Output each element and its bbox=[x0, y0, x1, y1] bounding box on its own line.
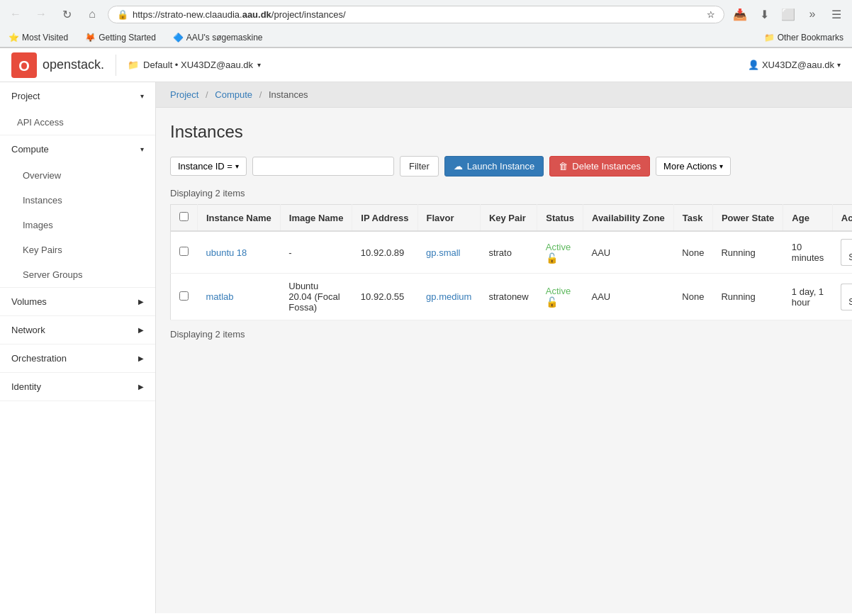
project-selector[interactable]: 📁 Default • XU43DZ@aau.dk ▾ bbox=[128, 60, 261, 70]
main-content: Project / Compute / Instances Instances … bbox=[156, 82, 852, 613]
row2-select-checkbox[interactable] bbox=[179, 291, 189, 301]
row2-status: Active 🔓 bbox=[537, 274, 583, 320]
instances-table: Instance Name Image Name IP Address Flav… bbox=[170, 204, 852, 320]
sidebar-item-images[interactable]: Images bbox=[0, 213, 155, 237]
row2-checkbox bbox=[171, 274, 198, 320]
row2-age: 1 day, 1 hour bbox=[783, 274, 833, 320]
header-divider bbox=[116, 55, 116, 76]
table-body: ubuntu 18 - 10.92.0.89 gp.small strato A… bbox=[171, 231, 853, 320]
row2-instance-name-link[interactable]: matlab bbox=[206, 291, 234, 302]
filter-chevron-icon: ▾ bbox=[235, 162, 239, 170]
filter-button[interactable]: Filter bbox=[400, 156, 439, 177]
header-ip-address: IP Address bbox=[352, 205, 417, 232]
most-visited-icon: ⭐ bbox=[9, 33, 19, 43]
app-body: Project ▾ API Access Compute ▾ Overview … bbox=[0, 82, 852, 613]
instances-count-top: Displaying 2 items bbox=[170, 188, 838, 198]
sidebar-volumes-header[interactable]: Volumes ▶ bbox=[0, 288, 155, 315]
sidebar-project-header[interactable]: Project ▾ bbox=[0, 82, 155, 110]
project-chevron-icon: ▾ bbox=[257, 61, 261, 69]
header-power-state: Power State bbox=[712, 205, 783, 232]
aau-icon: 🔷 bbox=[173, 33, 184, 43]
sidebar-identity-header[interactable]: Identity ▶ bbox=[0, 373, 155, 401]
row1-flavor: gp.small bbox=[417, 231, 480, 274]
breadcrumb-current: Instances bbox=[269, 89, 308, 100]
orchestration-expand-icon: ▶ bbox=[138, 354, 144, 362]
header-instance-name: Instance Name bbox=[198, 205, 281, 232]
sidebar-item-server-groups[interactable]: Server Groups bbox=[0, 262, 155, 287]
other-bookmarks[interactable]: 📁 Other Bookmarks bbox=[761, 31, 846, 44]
sidebar-network-header[interactable]: Network ▶ bbox=[0, 316, 155, 344]
sidebar-item-overview[interactable]: Overview bbox=[0, 163, 155, 188]
url-display: https://strato-new.claaudia.aau.dk/proje… bbox=[133, 9, 346, 20]
filter-dropdown[interactable]: Instance ID = ▾ bbox=[170, 157, 247, 176]
home-button[interactable]: ⌂ bbox=[82, 4, 102, 24]
row1-task: None bbox=[673, 231, 712, 274]
header-image-name: Image Name bbox=[280, 205, 352, 232]
sidebar-identity-section: Identity ▶ bbox=[0, 373, 155, 401]
header-task: Task bbox=[673, 205, 712, 232]
more-actions-button[interactable]: More Actions ▾ bbox=[656, 157, 731, 176]
sidebar-project-section: Project ▾ API Access bbox=[0, 82, 155, 135]
row2-actions: Create Snapshot ▾ bbox=[832, 274, 852, 320]
folder-icon: 📁 bbox=[764, 33, 775, 43]
row2-flavor-link[interactable]: gp.medium bbox=[426, 291, 471, 302]
sidebar-item-api-access[interactable]: API Access bbox=[0, 110, 155, 135]
breadcrumb-project-link[interactable]: Project bbox=[170, 89, 198, 100]
trash-icon: 🗑 bbox=[559, 161, 568, 172]
getting-started-icon: 🦊 bbox=[85, 33, 96, 43]
row2-lock-icon: 🔓 bbox=[546, 296, 558, 308]
sidebar-orchestration-header[interactable]: Orchestration ▶ bbox=[0, 345, 155, 372]
most-visited-bookmark[interactable]: ⭐ Most Visited bbox=[6, 31, 71, 44]
row1-status-value: Active bbox=[546, 242, 571, 252]
row2-instance-name: matlab bbox=[198, 274, 281, 320]
row1-select-checkbox[interactable] bbox=[179, 247, 189, 256]
aau-bookmark[interactable]: 🔷 AAU's søgemaskine bbox=[170, 31, 266, 44]
tab-button[interactable]: ⬜ bbox=[778, 4, 798, 24]
row2-power-state: Running bbox=[712, 274, 783, 320]
launch-instance-button[interactable]: ☁ Launch Instance bbox=[444, 156, 544, 177]
openstack-logo-text: openstack. bbox=[43, 57, 104, 72]
reload-button[interactable]: ↻ bbox=[57, 4, 77, 24]
row1-flavor-link[interactable]: gp.small bbox=[426, 247, 460, 258]
row1-key-pair: strato bbox=[480, 231, 537, 274]
star-icon[interactable]: ☆ bbox=[707, 9, 715, 20]
delete-instances-button[interactable]: 🗑 Delete Instances bbox=[549, 156, 650, 177]
sidebar-item-key-pairs[interactable]: Key Pairs bbox=[0, 237, 155, 262]
browser-action-buttons: 📥 ⬇ ⬜ » ☰ bbox=[730, 4, 846, 24]
sidebar-item-instances[interactable]: Instances bbox=[0, 188, 155, 213]
page-title: Instances bbox=[170, 122, 838, 142]
header-status: Status bbox=[537, 205, 583, 232]
openstack-logo[interactable]: O openstack. bbox=[11, 52, 104, 78]
row1-age: 10 minutes bbox=[783, 231, 833, 274]
row1-create-snapshot-button[interactable]: Create Snapshot bbox=[841, 239, 852, 266]
forward-button[interactable]: → bbox=[31, 4, 51, 24]
header-age: Age bbox=[783, 205, 833, 232]
back-button[interactable]: ← bbox=[6, 4, 26, 24]
select-all-checkbox[interactable] bbox=[179, 212, 189, 221]
extensions-button[interactable]: » bbox=[802, 4, 822, 24]
menu-button[interactable]: ☰ bbox=[826, 4, 846, 24]
address-bar[interactable]: 🔒 https://strato-new.claaudia.aau.dk/pro… bbox=[108, 6, 724, 23]
user-menu[interactable]: 👤 XU43DZ@aau.dk ▾ bbox=[748, 60, 841, 70]
getting-started-bookmark[interactable]: 🦊 Getting Started bbox=[82, 31, 159, 44]
header-flavor: Flavor bbox=[417, 205, 480, 232]
header-right: 👤 XU43DZ@aau.dk ▾ bbox=[748, 60, 841, 70]
row1-power-state: Running bbox=[712, 231, 783, 274]
download-button[interactable]: ⬇ bbox=[754, 4, 774, 24]
filter-input[interactable] bbox=[252, 157, 394, 176]
breadcrumb-compute-link[interactable]: Compute bbox=[215, 89, 252, 100]
pocket-button[interactable]: 📥 bbox=[730, 4, 750, 24]
sidebar-compute-header[interactable]: Compute ▾ bbox=[0, 135, 155, 163]
project-expand-icon: ▾ bbox=[140, 92, 144, 100]
browser-toolbar: ← → ↻ ⌂ 🔒 https://strato-new.claaudia.aa… bbox=[0, 0, 852, 28]
row2-create-snapshot-button[interactable]: Create Snapshot bbox=[841, 284, 852, 310]
row1-lock-icon: 🔓 bbox=[546, 252, 558, 264]
table-row: ubuntu 18 - 10.92.0.89 gp.small strato A… bbox=[171, 231, 853, 274]
row1-status: Active 🔓 bbox=[537, 231, 583, 274]
row1-instance-name-link[interactable]: ubuntu 18 bbox=[206, 247, 247, 258]
row1-ip-address: 10.92.0.89 bbox=[352, 231, 417, 274]
header-availability-zone: Availability Zone bbox=[583, 205, 673, 232]
page-content: Instances Instance ID = ▾ Filter ☁ Launc… bbox=[156, 108, 852, 359]
table-header: Instance Name Image Name IP Address Flav… bbox=[171, 205, 853, 232]
row1-action-group: Create Snapshot ▾ bbox=[841, 239, 852, 266]
